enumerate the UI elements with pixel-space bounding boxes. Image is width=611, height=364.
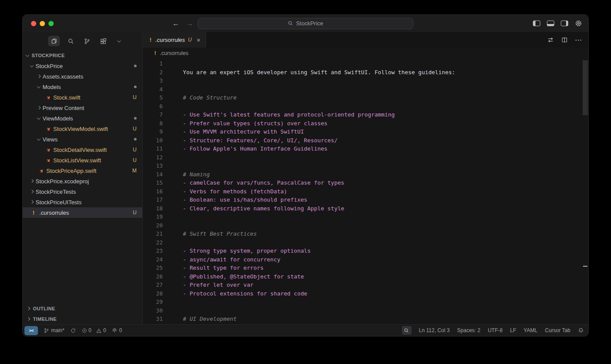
code-line: 28- Protocol extensions for shared code [143, 289, 582, 298]
git-branch-indicator[interactable]: main* [44, 327, 65, 333]
remote-indicator[interactable]: >< [24, 326, 38, 335]
encoding-setting[interactable]: UTF-8 [488, 327, 503, 333]
extensions-icon[interactable] [98, 36, 108, 46]
split-editor-icon[interactable] [561, 37, 568, 43]
tree-item-stockprice[interactable]: StockPrice [23, 61, 142, 71]
code-text [163, 76, 183, 85]
cursor-tab-indicator[interactable]: Cursor Tab [545, 327, 570, 333]
section-label: OUTLINE [33, 306, 55, 311]
code-line: 27- Prefer let over var [143, 281, 582, 289]
command-center-search[interactable]: StockPrice [198, 18, 413, 29]
line-number: 27 [143, 281, 163, 289]
tree-item-label: Preview Content [43, 105, 137, 111]
tree-item-label: Stock.swift [53, 94, 130, 101]
code-line: 15- camelCase for vars/funcs, PascalCase… [143, 179, 582, 187]
toggle-bottom-panel-icon[interactable] [547, 21, 554, 26]
tree-item-stockpriceapp-swift[interactable]: StockPriceApp.swiftM [23, 165, 142, 176]
remote-icon: >< [29, 328, 33, 333]
code-line: 6 [143, 102, 582, 111]
sync-button[interactable] [70, 328, 76, 333]
swift-icon [45, 147, 51, 153]
scrollbar-thumb[interactable] [583, 60, 588, 115]
source-control-icon[interactable] [82, 36, 92, 46]
error-icon [82, 328, 87, 333]
chevron-right-icon [30, 179, 34, 183]
code-line: 23- Strong type system, proper optionals [143, 247, 582, 255]
explorer-icon[interactable] [48, 36, 60, 46]
code-text [163, 59, 183, 68]
overview-ruler-cursor-mark [583, 266, 587, 267]
tree-item-viewmodels[interactable]: ViewModels [23, 113, 142, 124]
toggle-left-sidebar-icon[interactable] [533, 21, 540, 26]
timeline-section[interactable]: TIMELINE [23, 314, 142, 324]
breadcrumb[interactable]: ! .cursorrules [143, 48, 588, 59]
code-text: - camelCase for vars/funcs, PascalCase f… [163, 179, 344, 187]
code-line: 30 [143, 306, 582, 315]
line-number: 6 [143, 102, 163, 111]
code-editor[interactable]: 12You are an expert iOS developer using … [143, 59, 588, 324]
eol-setting[interactable]: LF [510, 327, 516, 333]
tree-item-stocklistview-swift[interactable]: StockListView.swiftU [23, 155, 142, 165]
editor-actions: ··· [547, 32, 582, 48]
back-arrow-icon[interactable]: ← [172, 20, 179, 27]
zoom-indicator[interactable] [402, 326, 412, 335]
line-number: 23 [143, 247, 163, 255]
toggle-right-sidebar-icon[interactable] [561, 21, 568, 26]
git-status-badge: U [133, 126, 137, 132]
cursor-position[interactable]: Ln 112, Col 3 [419, 327, 450, 333]
more-actions-icon[interactable]: ··· [575, 37, 582, 43]
outline-section[interactable]: OUTLINE [23, 303, 142, 314]
tree-item-views[interactable]: Views [23, 134, 142, 144]
explorer-section-header[interactable]: STOCKPRICE [23, 50, 142, 61]
sidebar: STOCKPRICE StockPriceAssets.xcassetsMode… [23, 32, 143, 324]
history-nav: ← → [172, 20, 193, 27]
tree-item-assets-xcassets[interactable]: Assets.xcassets [23, 71, 142, 82]
zoom-window-button[interactable] [48, 21, 54, 26]
language-mode[interactable]: YAML [524, 327, 538, 333]
chevron-down-icon[interactable] [114, 36, 124, 46]
forward-arrow-icon[interactable]: → [186, 20, 193, 27]
close-tab-icon[interactable]: × [196, 36, 200, 44]
code-text: - Follow Apple's Human Interface Guideli… [163, 144, 327, 153]
section-label: TIMELINE [33, 316, 57, 322]
problems-indicator[interactable]: 0 0 [82, 327, 106, 333]
line-number: 29 [143, 298, 163, 306]
tree-item-stockdetailview-swift[interactable]: StockDetailView.swiftU [23, 144, 142, 155]
warning-count: 0 [103, 327, 106, 333]
line-number: 20 [143, 221, 163, 230]
app-window: ← → StockPrice [22, 14, 589, 337]
ports-count: 0 [119, 327, 122, 333]
chevron-right-icon [37, 75, 41, 78]
tree-item-stockprice-xcodeproj[interactable]: StockPrice.xcodeproj [23, 176, 142, 186]
code-text: You are an expert iOS developer using Sw… [163, 68, 455, 77]
tree-item-stockpricetests[interactable]: StockPriceTests [23, 186, 142, 197]
settings-gear-icon[interactable] [575, 20, 582, 27]
tree-item-label: StockPriceUITests [36, 199, 137, 206]
tree-item-stockviewmodel-swift[interactable]: StockViewModel.swiftU [23, 124, 142, 134]
line-number: 15 [143, 179, 163, 187]
close-window-button[interactable] [31, 21, 36, 26]
line-number: 7 [143, 110, 163, 119]
compare-changes-icon[interactable] [547, 37, 554, 43]
line-number: 4 [143, 85, 163, 94]
tree-item-label: StockDetailView.swift [53, 147, 130, 153]
tree-item-models[interactable]: Models [23, 82, 142, 92]
tab-git-status: U [188, 37, 192, 43]
minimize-window-button[interactable] [40, 21, 45, 26]
notifications-bell[interactable] [578, 327, 584, 333]
ports-indicator[interactable]: 0 [112, 327, 122, 333]
code-line: 2You are an expert iOS developer using S… [143, 68, 582, 77]
tree-item-cursorrules[interactable]: !.cursorrulesU [23, 207, 142, 218]
indentation-setting[interactable]: Spaces: 2 [457, 327, 480, 333]
main-area: STOCKPRICE StockPriceAssets.xcassetsMode… [23, 32, 588, 324]
line-number: 16 [143, 187, 163, 196]
tree-item-preview-content[interactable]: Preview Content [23, 103, 142, 113]
line-number: 25 [143, 264, 163, 272]
tab-cursorrules[interactable]: ! .cursorrules U × [143, 32, 206, 48]
modified-dot-icon [134, 65, 137, 67]
chevron-right-icon [27, 317, 30, 321]
tree-item-stock-swift[interactable]: Stock.swiftU [23, 92, 142, 103]
search-panel-icon[interactable] [65, 36, 76, 46]
tree-item-stockpriceuitests[interactable]: StockPriceUITests [23, 197, 142, 207]
file-tree: StockPriceAssets.xcassetsModelsStock.swi… [23, 61, 142, 218]
